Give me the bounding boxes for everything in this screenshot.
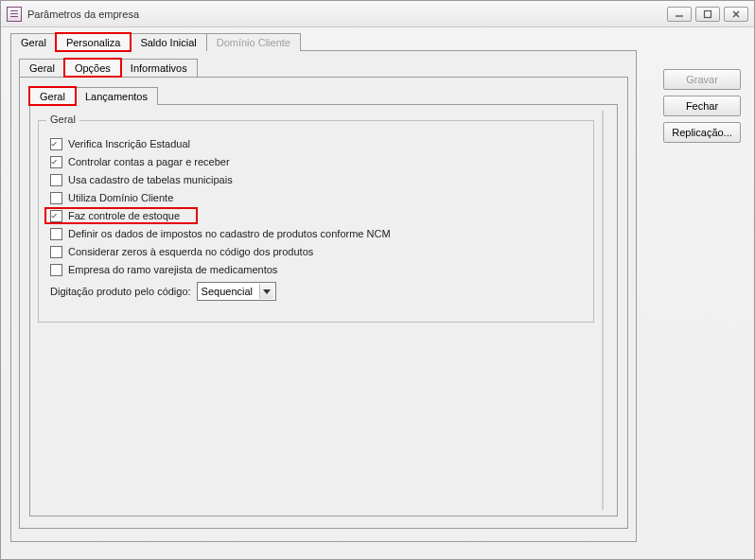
check-row: Usa cadastro de tabelas municipais [50,171,582,188]
tab-geral-l3[interactable]: Geral [29,87,76,105]
check-row: Utiliza Domínio Cliente [50,189,582,206]
tab-label: Geral [21,37,46,48]
checkbox-verifica-inscricao[interactable] [50,138,62,150]
dropdown-digitacao-produto[interactable]: Sequencial [197,282,276,301]
tab-label: Lançamentos [85,91,148,102]
tabpanel-level1: Geral Opções Informativos Geral Lançamen… [10,50,637,542]
tab-label: Opções [75,62,111,74]
check-label: Verifica Inscrição Estadual [68,138,190,149]
groupbox-geral: Geral Verifica Inscrição Estadual Contro… [38,120,594,323]
tab-dominio-cliente: Domínio Cliente [206,33,301,51]
check-label: Utiliza Domínio Cliente [68,192,173,203]
replicacao-button[interactable]: Replicação... [663,122,741,143]
tabstrip-level3: Geral Lançamentos [29,87,618,105]
tab-label: Domínio Cliente [217,37,290,48]
tab-geral-l1[interactable]: Geral [10,33,57,51]
tab-label: Informativos [131,62,187,74]
check-row: Considerar zeros à esquerda no código do… [50,243,582,260]
dropdown-row: Digitação produto pelo código: Sequencia… [50,282,582,301]
button-label: Fechar [686,100,718,112]
tab-label: Geral [29,62,55,74]
window-title: Parâmetros da empresa [27,9,667,20]
app-icon [7,7,22,22]
check-label: Considerar zeros à esquerda no código do… [68,246,313,257]
chevron-down-icon [259,284,273,299]
checkbox-dominio-cliente[interactable] [50,192,62,204]
checkbox-impostos-ncm[interactable] [50,228,62,240]
tabstrip-level2: Geral Opções Informativos [19,59,628,77]
check-row-highlighted: Faz controle de estoque [44,207,198,224]
window-controls [667,7,748,22]
client-area: Geral Personaliza Saldo Inicial Domínio … [1,27,754,559]
check-row: Verifica Inscrição Estadual [50,135,582,152]
svg-rect-1 [705,10,711,17]
dialog-window: Parâmetros da empresa Geral Personaliza … [0,0,755,560]
tab-label: Saldo Inicial [140,37,196,48]
tab-opcoes[interactable]: Opções [64,59,121,77]
maximize-button[interactable] [695,7,720,22]
dropdown-value: Sequencial [202,286,253,297]
decorative-border [602,111,604,510]
tab-informativos[interactable]: Informativos [120,59,198,77]
groupbox-title: Geral [46,114,79,125]
tab-personaliza[interactable]: Personaliza [56,33,131,51]
tabpanel-level3: Geral Verifica Inscrição Estadual Contro… [29,104,618,516]
tab-geral-l2[interactable]: Geral [19,59,65,77]
check-row: Definir os dados de impostos no cadastro… [50,225,582,242]
fechar-button[interactable]: Fechar [663,96,741,116]
tab-saldo-inicial[interactable]: Saldo Inicial [130,33,206,51]
titlebar: Parâmetros da empresa [1,1,754,27]
minimize-button[interactable] [667,7,692,22]
tab-label: Personaliza [66,37,120,48]
check-row: Controlar contas a pagar e receber [50,153,582,170]
sidebar-buttons: Gravar Fechar Replicação... [663,69,741,143]
check-label: Controlar contas a pagar e receber [68,156,230,167]
tab-lancamentos[interactable]: Lançamentos [75,87,158,105]
checkbox-zeros-esquerda[interactable] [50,246,62,258]
button-label: Gravar [686,74,718,85]
dropdown-label: Digitação produto pelo código: [50,286,191,297]
checkbox-controlar-contas[interactable] [50,156,62,168]
checkbox-controle-estoque[interactable] [50,210,62,222]
tab-label: Geral [40,91,65,102]
tabstrip-level1: Geral Personaliza Saldo Inicial Domínio … [10,33,745,51]
tabpanel-level2: Geral Lançamentos Geral Verifica Inscriç… [19,77,628,529]
check-label: Empresa do ramo varejista de medicamento… [68,264,277,275]
check-label: Usa cadastro de tabelas municipais [68,174,233,185]
button-label: Replicação... [672,127,732,138]
close-button[interactable] [724,7,748,22]
check-label: Faz controle de estoque [68,210,180,221]
check-label: Definir os dados de impostos no cadastro… [68,228,391,239]
checkbox-tabelas-municipais[interactable] [50,174,62,186]
check-row: Empresa do ramo varejista de medicamento… [50,261,582,278]
gravar-button[interactable]: Gravar [663,69,741,90]
checkbox-varejista-medicamentos[interactable] [50,264,62,276]
